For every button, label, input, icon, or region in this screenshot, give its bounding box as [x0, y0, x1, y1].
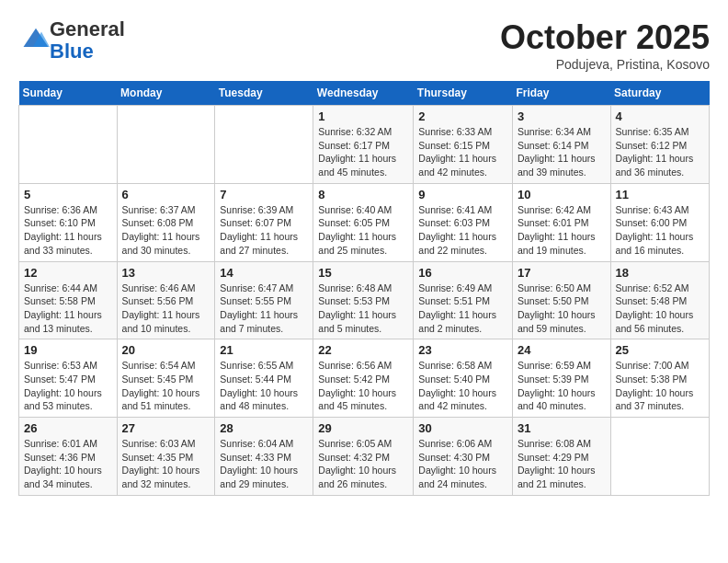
- calendar-day-cell: 18Sunrise: 6:52 AM Sunset: 5:48 PM Dayli…: [610, 261, 709, 339]
- day-info: Sunrise: 6:48 AM Sunset: 5:53 PM Dayligh…: [318, 282, 408, 336]
- calendar-day-cell: 1Sunrise: 6:32 AM Sunset: 6:17 PM Daylig…: [313, 106, 414, 184]
- logo-general-text: General: [50, 17, 125, 40]
- day-number: 24: [518, 343, 606, 357]
- day-info: Sunrise: 6:46 AM Sunset: 5:56 PM Dayligh…: [122, 282, 210, 336]
- day-number: 3: [518, 109, 606, 123]
- day-number: 8: [318, 188, 408, 201]
- calendar-day-cell: 19Sunrise: 6:53 AM Sunset: 5:47 PM Dayli…: [19, 339, 118, 418]
- weekday-header-cell: Wednesday: [313, 81, 414, 106]
- day-info: Sunrise: 6:01 AM Sunset: 4:36 PM Dayligh…: [24, 437, 112, 491]
- day-number: 20: [122, 343, 210, 357]
- day-number: 25: [616, 343, 704, 357]
- calendar-day-cell: 15Sunrise: 6:48 AM Sunset: 5:53 PM Dayli…: [313, 261, 414, 339]
- day-number: 2: [418, 109, 507, 123]
- day-info: Sunrise: 6:47 AM Sunset: 5:55 PM Dayligh…: [220, 282, 308, 336]
- calendar-day-cell: 11Sunrise: 6:43 AM Sunset: 6:00 PM Dayli…: [610, 183, 709, 261]
- calendar-day-cell: 24Sunrise: 6:59 AM Sunset: 5:39 PM Dayli…: [512, 339, 610, 418]
- location-subtitle: Podujeva, Pristina, Kosovo: [500, 57, 710, 72]
- day-number: 30: [418, 421, 507, 435]
- calendar-day-cell: 5Sunrise: 6:36 AM Sunset: 6:10 PM Daylig…: [19, 183, 118, 261]
- day-number: 11: [616, 188, 704, 201]
- day-info: Sunrise: 6:04 AM Sunset: 4:33 PM Dayligh…: [220, 437, 308, 491]
- day-number: 27: [122, 421, 210, 435]
- calendar-week-row: 19Sunrise: 6:53 AM Sunset: 5:47 PM Dayli…: [19, 339, 710, 418]
- day-info: Sunrise: 6:52 AM Sunset: 5:48 PM Dayligh…: [616, 282, 704, 336]
- calendar-day-cell: 23Sunrise: 6:58 AM Sunset: 5:40 PM Dayli…: [414, 339, 513, 418]
- day-info: Sunrise: 6:53 AM Sunset: 5:47 PM Dayligh…: [24, 359, 112, 413]
- calendar-body: 1Sunrise: 6:32 AM Sunset: 6:17 PM Daylig…: [19, 106, 710, 496]
- calendar-day-cell: 14Sunrise: 6:47 AM Sunset: 5:55 PM Dayli…: [215, 261, 313, 339]
- calendar-day-cell: [117, 106, 215, 184]
- day-number: 31: [518, 421, 606, 435]
- calendar-week-row: 12Sunrise: 6:44 AM Sunset: 5:58 PM Dayli…: [19, 261, 710, 339]
- weekday-header-cell: Friday: [512, 81, 610, 106]
- day-number: 1: [318, 109, 408, 123]
- day-number: 26: [24, 421, 112, 435]
- calendar-day-cell: [610, 418, 709, 496]
- day-info: Sunrise: 6:49 AM Sunset: 5:51 PM Dayligh…: [418, 282, 507, 336]
- day-number: 16: [418, 266, 507, 280]
- calendar-day-cell: 27Sunrise: 6:03 AM Sunset: 4:35 PM Dayli…: [117, 418, 215, 496]
- day-number: 14: [220, 266, 308, 280]
- calendar-day-cell: 6Sunrise: 6:37 AM Sunset: 6:08 PM Daylig…: [117, 183, 215, 261]
- weekday-header-cell: Tuesday: [215, 81, 313, 106]
- calendar-day-cell: 2Sunrise: 6:33 AM Sunset: 6:15 PM Daylig…: [414, 106, 513, 184]
- day-number: 15: [318, 266, 408, 280]
- calendar-day-cell: 25Sunrise: 7:00 AM Sunset: 5:38 PM Dayli…: [610, 339, 709, 418]
- calendar-day-cell: 28Sunrise: 6:04 AM Sunset: 4:33 PM Dayli…: [215, 418, 313, 496]
- day-number: 4: [616, 109, 704, 123]
- day-info: Sunrise: 6:37 AM Sunset: 6:08 PM Dayligh…: [122, 203, 210, 258]
- day-number: 28: [220, 421, 308, 435]
- title-block: October 2025 Podujeva, Pristina, Kosovo: [500, 18, 710, 72]
- weekday-header-cell: Saturday: [610, 81, 709, 106]
- month-title: October 2025: [500, 18, 710, 57]
- day-number: 10: [518, 188, 606, 201]
- day-info: Sunrise: 6:44 AM Sunset: 5:58 PM Dayligh…: [24, 282, 112, 336]
- calendar-day-cell: 16Sunrise: 6:49 AM Sunset: 5:51 PM Dayli…: [414, 261, 513, 339]
- day-number: 29: [318, 421, 408, 435]
- day-info: Sunrise: 6:06 AM Sunset: 4:30 PM Dayligh…: [418, 437, 507, 491]
- calendar-day-cell: 4Sunrise: 6:35 AM Sunset: 6:12 PM Daylig…: [610, 106, 709, 184]
- calendar-day-cell: 7Sunrise: 6:39 AM Sunset: 6:07 PM Daylig…: [215, 183, 313, 261]
- calendar-day-cell: [19, 106, 118, 184]
- day-number: 13: [122, 266, 210, 280]
- calendar-day-cell: 9Sunrise: 6:41 AM Sunset: 6:03 PM Daylig…: [414, 183, 513, 261]
- calendar-day-cell: 22Sunrise: 6:56 AM Sunset: 5:42 PM Dayli…: [313, 339, 414, 418]
- calendar-day-cell: 12Sunrise: 6:44 AM Sunset: 5:58 PM Dayli…: [19, 261, 118, 339]
- logo-icon: [22, 25, 50, 52]
- day-info: Sunrise: 6:56 AM Sunset: 5:42 PM Dayligh…: [318, 359, 408, 413]
- day-info: Sunrise: 7:00 AM Sunset: 5:38 PM Dayligh…: [616, 359, 704, 413]
- day-number: 7: [220, 188, 308, 201]
- calendar-table: SundayMondayTuesdayWednesdayThursdayFrid…: [18, 81, 710, 496]
- day-info: Sunrise: 6:42 AM Sunset: 6:01 PM Dayligh…: [518, 203, 606, 258]
- calendar-week-row: 5Sunrise: 6:36 AM Sunset: 6:10 PM Daylig…: [19, 183, 710, 261]
- day-number: 21: [220, 343, 308, 357]
- day-number: 9: [418, 188, 507, 201]
- weekday-header-cell: Sunday: [19, 81, 118, 106]
- day-number: 12: [24, 266, 112, 280]
- calendar-day-cell: 26Sunrise: 6:01 AM Sunset: 4:36 PM Dayli…: [19, 418, 118, 496]
- calendar-day-cell: 20Sunrise: 6:54 AM Sunset: 5:45 PM Dayli…: [117, 339, 215, 418]
- day-number: 5: [24, 188, 112, 201]
- day-number: 6: [122, 188, 210, 201]
- calendar-day-cell: [215, 106, 313, 184]
- day-number: 19: [24, 343, 112, 357]
- day-number: 18: [616, 266, 704, 280]
- calendar-day-cell: 21Sunrise: 6:55 AM Sunset: 5:44 PM Dayli…: [215, 339, 313, 418]
- day-info: Sunrise: 6:39 AM Sunset: 6:07 PM Dayligh…: [220, 203, 308, 258]
- weekday-header-cell: Monday: [117, 81, 215, 106]
- logo: General Blue: [18, 18, 125, 63]
- weekday-header-cell: Thursday: [414, 81, 513, 106]
- day-info: Sunrise: 6:50 AM Sunset: 5:50 PM Dayligh…: [518, 282, 606, 336]
- calendar-week-row: 26Sunrise: 6:01 AM Sunset: 4:36 PM Dayli…: [19, 418, 710, 496]
- calendar-day-cell: 10Sunrise: 6:42 AM Sunset: 6:01 PM Dayli…: [512, 183, 610, 261]
- calendar-day-cell: 8Sunrise: 6:40 AM Sunset: 6:05 PM Daylig…: [313, 183, 414, 261]
- day-info: Sunrise: 6:08 AM Sunset: 4:29 PM Dayligh…: [518, 437, 606, 491]
- day-info: Sunrise: 6:40 AM Sunset: 6:05 PM Dayligh…: [318, 203, 408, 258]
- logo-blue-text: Blue: [50, 40, 94, 63]
- day-info: Sunrise: 6:33 AM Sunset: 6:15 PM Dayligh…: [418, 125, 507, 179]
- day-info: Sunrise: 6:36 AM Sunset: 6:10 PM Dayligh…: [24, 203, 112, 258]
- calendar-week-row: 1Sunrise: 6:32 AM Sunset: 6:17 PM Daylig…: [19, 106, 710, 184]
- day-number: 23: [418, 343, 507, 357]
- day-number: 22: [318, 343, 408, 357]
